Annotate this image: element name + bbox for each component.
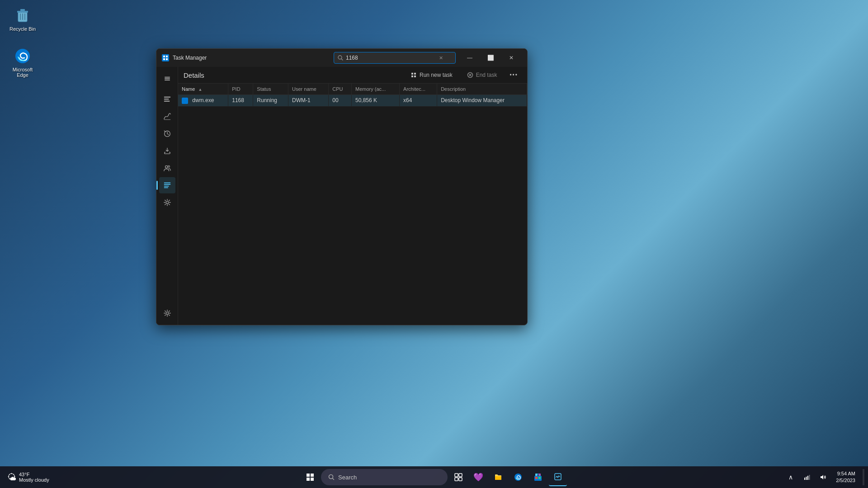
network-icon (804, 474, 810, 480)
cell-status: Running (253, 95, 288, 107)
edge-icon (14, 47, 32, 65)
task-manager-taskbar-icon (554, 473, 562, 481)
file-explorer-button[interactable] (489, 468, 507, 486)
taskbar: 🌤 43°F Mostly cloudy (0, 466, 868, 488)
cell-description: Desktop Window Manager (437, 95, 527, 107)
search-input[interactable] (346, 55, 436, 61)
svg-point-21 (165, 166, 167, 168)
svg-rect-19 (164, 119, 170, 120)
col-header-description[interactable]: Description (437, 84, 527, 95)
start-icon (306, 473, 314, 481)
search-box[interactable]: ✕ (334, 52, 456, 64)
system-clock[interactable]: 9:54 AM 2/5/2023 (832, 469, 859, 486)
svg-rect-53 (555, 474, 561, 480)
chevron-up-icon: ∧ (788, 474, 793, 481)
svg-rect-13 (165, 77, 170, 78)
svg-rect-39 (311, 478, 314, 481)
sidebar-item-processes[interactable] (159, 91, 175, 108)
teams-button[interactable]: 💜 (469, 468, 487, 486)
sidebar-item-services[interactable] (159, 194, 175, 211)
start-button[interactable] (301, 468, 319, 486)
task-manager-taskbar-button[interactable] (549, 468, 567, 486)
process-icon-dwm (182, 98, 188, 104)
tray-volume-icon[interactable] (816, 470, 830, 484)
startup-icon (163, 147, 171, 155)
col-header-architecture[interactable]: Architec... (400, 84, 437, 95)
end-task-icon (467, 72, 473, 78)
close-button[interactable]: ✕ (501, 51, 522, 65)
weather-icon: 🌤 (7, 472, 16, 483)
main-content: Details Run new task (178, 67, 527, 325)
tray-network-icon[interactable] (800, 470, 814, 484)
teams-icon: 💜 (473, 472, 483, 482)
tray-chevron-button[interactable]: ∧ (783, 470, 798, 484)
users-icon (163, 164, 171, 172)
sidebar-item-performance[interactable] (159, 108, 175, 125)
more-options-icon: ••• (509, 72, 518, 78)
store-button[interactable] (529, 468, 547, 486)
end-task-label: End task (476, 72, 497, 78)
temperature: 43°F (19, 472, 49, 477)
processes-icon (163, 95, 171, 103)
svg-point-28 (166, 312, 168, 314)
svg-rect-9 (163, 58, 165, 60)
end-task-button[interactable]: End task (462, 70, 503, 80)
col-header-pid[interactable]: PID (228, 84, 253, 95)
svg-rect-55 (806, 477, 807, 480)
svg-rect-38 (307, 478, 310, 481)
col-header-status[interactable]: Status (253, 84, 288, 95)
process-table: Name ▲ PID Status User nam (178, 84, 527, 107)
sidebar-item-startup[interactable] (159, 143, 175, 159)
table-header-row: Name ▲ PID Status User nam (178, 84, 527, 95)
taskbar-search-label: Search (338, 474, 357, 481)
hamburger-icon (164, 75, 171, 82)
clear-search-icon[interactable]: ✕ (439, 55, 443, 61)
cell-username: DWM-1 (288, 95, 329, 107)
svg-rect-2 (20, 9, 25, 11)
weather-widget[interactable]: 🌤 43°F Mostly cloudy (4, 470, 94, 484)
task-manager-app-icon (162, 54, 169, 61)
minimize-button[interactable]: — (459, 51, 480, 65)
settings-icon (163, 309, 171, 317)
show-desktop-button[interactable] (863, 469, 864, 485)
desktop-icon-edge[interactable]: Microsoft Edge (5, 45, 41, 80)
details-table[interactable]: Name ▲ PID Status User nam (178, 84, 527, 325)
svg-point-27 (166, 201, 168, 203)
col-header-cpu[interactable]: CPU (329, 84, 352, 95)
cell-architecture: x64 (400, 95, 437, 107)
svg-rect-56 (807, 476, 808, 480)
svg-rect-57 (809, 475, 810, 480)
desktop-icon-recycle-bin[interactable]: Recycle Bin (5, 5, 41, 33)
hamburger-menu[interactable] (159, 70, 175, 87)
svg-rect-37 (311, 474, 314, 477)
col-header-username[interactable]: User name (288, 84, 329, 95)
table-row[interactable]: dwm.exe 1168 Running DWM-1 00 50,856 K x… (178, 95, 527, 107)
col-header-memory[interactable]: Memory (ac... (351, 84, 399, 95)
run-new-task-button[interactable]: Run new task (405, 70, 458, 80)
svg-rect-23 (164, 183, 170, 183)
app-history-icon (163, 130, 171, 138)
svg-line-41 (333, 479, 334, 480)
taskbar-search[interactable]: Search (321, 469, 448, 485)
recycle-bin-icon (14, 6, 32, 24)
svg-rect-45 (459, 478, 462, 481)
svg-marker-58 (821, 475, 823, 479)
col-header-name[interactable]: Name ▲ (178, 84, 228, 95)
svg-rect-7 (163, 56, 165, 57)
svg-rect-25 (164, 186, 169, 187)
svg-rect-36 (307, 474, 310, 477)
svg-rect-50 (538, 474, 541, 476)
sidebar-item-app-history[interactable] (159, 126, 175, 142)
performance-icon (163, 113, 171, 121)
sidebar-item-settings[interactable] (159, 305, 175, 321)
clock-time: 9:54 AM (837, 470, 855, 477)
cell-pid: 1168 (228, 95, 253, 107)
edge-taskbar-button[interactable] (509, 468, 527, 486)
sidebar-item-details[interactable] (159, 177, 175, 193)
task-view-button[interactable] (449, 468, 467, 486)
svg-rect-49 (535, 474, 538, 476)
svg-rect-43 (459, 474, 462, 477)
maximize-button[interactable]: ⬜ (480, 51, 501, 65)
more-options-button[interactable]: ••• (506, 70, 522, 80)
sidebar-item-users[interactable] (159, 160, 175, 176)
